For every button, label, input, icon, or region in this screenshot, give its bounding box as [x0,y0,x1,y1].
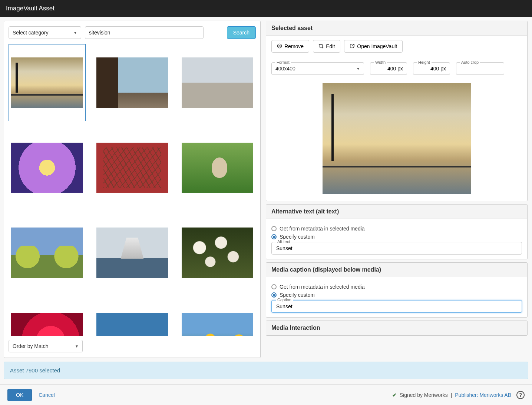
height-label: Height [417,60,432,64]
caption-section: Media caption (displayed below media) Ge… [266,262,528,318]
thumbnail-image [96,143,168,193]
alt-text-input[interactable] [271,242,522,255]
thumbnail-image [11,313,83,336]
thumbnail-image [182,57,253,108]
edit-label: Edit [326,43,335,49]
status-message: Asset 7900 selected [10,367,60,374]
category-select[interactable]: Select category ▼ [9,26,81,39]
category-select-label: Select category [13,30,49,36]
thumbnail-image [182,143,253,193]
selected-asset-header: Selected asset [266,21,527,36]
search-row: Select category ▼ Search [4,21,260,44]
crop-icon [318,43,324,50]
dialog-title: ImageVault Asset [6,5,54,12]
caption-from-metadata-radio[interactable]: Get from metadata in selected media [271,284,522,290]
thumbnail-blossom[interactable] [179,214,256,291]
chevron-down-icon: ▼ [356,67,360,71]
thumbnail-image [11,228,83,278]
alt-text-field-label: Alt-text [276,239,291,244]
asset-preview [271,80,522,196]
alt-text-section: Alternative text (alt text) Get from met… [266,204,528,259]
caption-specify-custom-radio[interactable]: Specify custom [271,292,522,298]
autocrop-label: Auto crop [460,60,480,64]
chevron-down-icon: ▼ [73,31,77,35]
detail-scroll[interactable]: Selected asset Remove [266,21,528,358]
radio-on-icon [271,292,277,298]
detail-column: Selected asset Remove [266,21,528,358]
open-imagevault-button[interactable]: Open ImageVault [344,40,403,53]
preview-image [323,83,471,194]
autocrop-group: Auto crop [456,58,504,75]
media-interaction-header: Media Interaction [266,321,527,335]
selected-asset-section: Selected asset Remove [266,21,528,201]
thumbnail-grid [9,44,256,336]
footer-right: ✔ Signed by Meriworks | Publisher: Meriw… [392,391,525,399]
dialog-footer: OK Cancel ✔ Signed by Meriworks | Publis… [0,384,532,405]
check-icon: ✔ [392,392,397,398]
thumbnail-ship[interactable] [94,214,171,291]
chevron-down-icon: ▼ [75,344,79,348]
cancel-link[interactable]: Cancel [39,392,55,398]
caption-field-label: Caption [276,298,293,302]
caption-header: Media caption (displayed below media) [266,263,527,277]
remove-label: Remove [284,43,304,49]
thumbnail-image [96,228,168,278]
alt-custom-label: Specify custom [280,234,315,240]
publisher-link[interactable]: Publisher: Meriworks AB [455,392,511,398]
thumbnail-scroll[interactable] [4,44,260,336]
ok-button[interactable]: OK [7,389,32,401]
external-link-icon [350,43,355,50]
alt-text-header: Alternative text (alt text) [266,205,527,219]
thumbnail-daff[interactable] [179,299,256,336]
height-group: Height [413,58,450,75]
asset-browser-panel: Select category ▼ Search Order by Match … [4,21,261,358]
thumbnail-trees[interactable] [9,214,86,291]
alt-from-metadata-radio[interactable]: Get from metadata in selected media [271,226,522,232]
thumbnail-image [182,313,253,336]
caption-field-wrap: Caption [271,300,522,313]
thumbnail-stones[interactable] [179,44,256,121]
thumbnail-image [11,143,83,193]
caption-meta-label: Get from metadata in selected media [280,284,365,290]
format-label: Format [275,60,291,64]
radio-on-icon [271,234,277,239]
search-input[interactable] [85,26,204,39]
dimension-row: Format 400x400 ▼ Width [271,58,522,75]
order-select-label: Order by Match [13,343,48,349]
thumbnail-image [96,57,168,108]
media-interaction-section: Media Interaction [266,321,528,336]
caption-input[interactable] [271,300,522,313]
thumbnail-rose[interactable] [9,299,86,336]
status-bar: Asset 7900 selected [4,362,528,379]
main-content: Select category ▼ Search Order by Match … [0,17,532,358]
search-button[interactable]: Search [227,26,256,39]
remove-button[interactable]: Remove [271,40,309,53]
thumbnail-bird[interactable] [94,299,171,336]
thumbnail-image [182,228,253,278]
open-label: Open ImageVault [357,43,397,49]
caption-custom-label: Specify custom [280,292,315,298]
order-select[interactable]: Order by Match ▼ [9,340,83,352]
thumbnail-hedge[interactable] [179,129,256,206]
width-label: Width [374,60,387,64]
dialog-header: ImageVault Asset [0,0,532,17]
thumbnail-image [96,313,168,336]
asset-toolbar: Remove Edit [271,40,522,53]
width-group: Width [370,58,407,75]
edit-button[interactable]: Edit [313,40,340,53]
signed-label: Signed by Meriworks [400,392,448,398]
alt-specify-custom-radio[interactable]: Specify custom [271,234,522,240]
order-row: Order by Match ▼ [4,336,260,358]
thumbnail-flower[interactable] [9,129,86,206]
thumbnail-image [11,57,83,108]
radio-off-icon [271,284,277,289]
thumbnail-door[interactable] [94,44,171,121]
thumbnail-sunset[interactable] [9,44,86,121]
radio-off-icon [271,226,277,231]
separator: | [451,392,452,398]
thumbnail-redwall[interactable] [94,129,171,206]
alt-meta-label: Get from metadata in selected media [280,226,365,232]
format-value: 400x400 [275,66,295,72]
help-icon[interactable]: ? [516,391,525,399]
format-group: Format 400x400 ▼ [271,58,364,75]
